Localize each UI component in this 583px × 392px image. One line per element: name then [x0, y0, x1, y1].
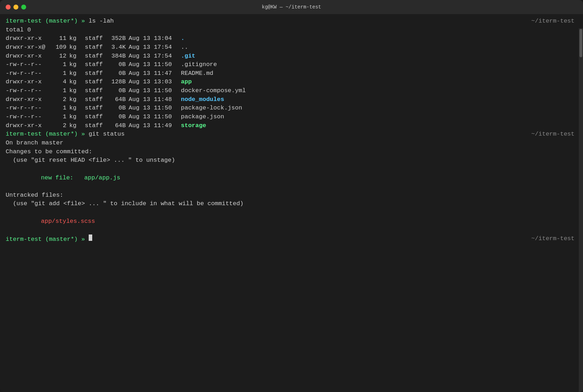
total-label: total 0 [6, 26, 52, 35]
ls-row-storage: drwxr-xr-x 2 kg staff 64B Aug 13 11:49 s… [6, 121, 575, 130]
prompt-git: iterm-test (master*) » git status ~/iter… [6, 130, 575, 139]
git-hint-add: (use "git add <file> ... " to include in… [6, 200, 575, 208]
close-button[interactable] [6, 5, 11, 10]
ls-row-git: drwxr-xr-x 12 kg staff 384B Aug 13 17:54… [6, 52, 575, 61]
right-path-3: ~/iterm-test [531, 234, 575, 243]
git-blank-1 [6, 165, 575, 174]
terminal-body[interactable]: iterm-test (master*) » ls -lah ~/iterm-t… [0, 14, 583, 392]
ls-row-gitignore: -rw-r--r-- 1 kg staff 0B Aug 13 11:50 .g… [6, 60, 575, 69]
right-path-2: ~/iterm-test [531, 130, 575, 139]
terminal-window: kg@KW — ~/iterm-test iterm-test (master*… [0, 0, 583, 392]
prompt-ls: iterm-test (master*) » ls -lah ~/iterm-t… [6, 17, 575, 26]
git-blank-2 [6, 182, 575, 191]
cmd-git: git status [89, 130, 125, 139]
prompt-text-3: iterm-test (master*) » [6, 235, 89, 244]
titlebar: kg@KW — ~/iterm-test [0, 0, 583, 14]
git-hint-unstage: (use "git reset HEAD <file> ... " to uns… [6, 156, 575, 165]
ls-total: total 0 [6, 26, 575, 35]
prompt-text-1: iterm-test (master*) » [6, 17, 89, 26]
git-blank-4 [6, 226, 575, 234]
scrollbar-thumb[interactable] [579, 29, 582, 57]
ls-row-readme: -rw-r--r-- 1 kg staff 0B Aug 13 11:47 RE… [6, 69, 575, 78]
right-path-1: ~/iterm-test [531, 17, 575, 26]
ls-row-node-modules: drwxr-xr-x 2 kg staff 64B Aug 13 11:48 n… [6, 95, 575, 104]
traffic-lights [6, 5, 26, 10]
prompt-final: iterm-test (master*) » ~/iterm-test [6, 234, 575, 244]
ls-row-package-lock: -rw-r--r-- 1 kg staff 0B Aug 13 11:50 pa… [6, 104, 575, 113]
terminal-cursor [89, 234, 92, 241]
maximize-button[interactable] [21, 5, 26, 10]
git-new-file: new file: app/app.js [6, 174, 575, 183]
ls-row-package: -rw-r--r-- 1 kg staff 0B Aug 13 11:50 pa… [6, 113, 575, 121]
git-untracked-header: Untracked files: [6, 191, 575, 200]
git-changes-header: Changes to be committed: [6, 148, 575, 156]
ls-row-dotdot: drwxr-xr-x@ 109 kg staff 3.4K Aug 13 17:… [6, 43, 575, 52]
cmd-ls: ls -lah [89, 17, 114, 26]
scrollbar[interactable] [579, 28, 583, 392]
ls-row-app: drwxr-xr-x 4 kg staff 128B Aug 13 13:03 … [6, 78, 575, 87]
window-title: kg@KW — ~/iterm-test [262, 4, 321, 10]
git-branch: On branch master [6, 139, 575, 148]
git-blank-3 [6, 208, 575, 217]
git-untracked-file: app/styles.scss [6, 217, 575, 226]
prompt-text-2: iterm-test (master*) » [6, 130, 89, 139]
ls-row-docker: -rw-r--r-- 1 kg staff 0B Aug 13 11:50 do… [6, 87, 575, 95]
ls-row-dot: drwxr-xr-x 11 kg staff 352B Aug 13 13:04… [6, 34, 575, 43]
minimize-button[interactable] [13, 5, 18, 10]
